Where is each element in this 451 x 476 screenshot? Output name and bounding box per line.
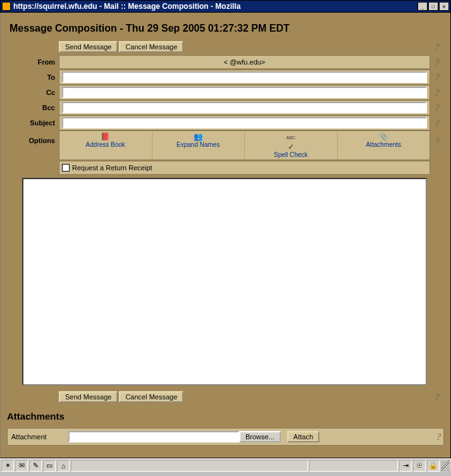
attachments-button[interactable]: 📎 Attachments	[338, 131, 430, 160]
cancel-button[interactable]: Cancel Message	[119, 41, 183, 53]
expand-names-icon: 👥	[152, 132, 245, 141]
to-label: To	[7, 73, 59, 81]
attachments-label: Attachments	[366, 141, 401, 148]
bcc-label: Bcc	[7, 104, 59, 111]
attachment-label: Attachment	[10, 433, 68, 441]
spell-check-button[interactable]: ABC✓ Spell Check	[245, 131, 338, 160]
browse-button[interactable]: Browse...	[239, 431, 281, 442]
statusbar-icon-1[interactable]: ✴	[1, 460, 14, 472]
cc-label: Cc	[7, 89, 59, 96]
statusbar-panel	[309, 460, 398, 472]
cc-input[interactable]	[62, 87, 427, 98]
subject-label: Subject	[7, 119, 59, 127]
bcc-input[interactable]	[62, 102, 427, 113]
spell-check-label: Spell Check	[274, 151, 307, 158]
minimize-button[interactable]: _	[417, 2, 428, 11]
spell-check-icon: ABC✓	[245, 132, 337, 151]
return-receipt-label: Request a Return Receipt	[72, 164, 152, 172]
help-icon[interactable]: ?	[435, 137, 440, 147]
statusbar-icon-5[interactable]: ⌂	[57, 460, 70, 472]
attachments-heading: Attachments	[7, 404, 444, 425]
expand-names-label: Expand Names	[176, 141, 219, 148]
window-buttons: _ ☐ ✕	[417, 2, 449, 11]
app-favicon	[2, 2, 11, 11]
address-book-icon: 📕	[59, 132, 152, 141]
help-icon[interactable]: ?	[436, 432, 442, 442]
address-book-button[interactable]: 📕 Address Book	[59, 131, 152, 160]
status-bar: ✴ ✉ ✎ ▭ ⌂ ⇥ ☉ 🔒	[0, 458, 451, 472]
to-input[interactable]	[62, 72, 427, 83]
client-area: Message Composition - Thu 29 Sep 2005 01…	[0, 13, 451, 458]
help-icon[interactable]: ?	[435, 87, 440, 97]
help-icon[interactable]: ?	[435, 103, 440, 113]
statusbar-eye-icon[interactable]: ☉	[413, 460, 426, 472]
help-icon[interactable]: ?	[435, 42, 440, 52]
from-value: < @wfu.edu>	[62, 58, 427, 66]
help-icon[interactable]: ?	[435, 118, 440, 128]
help-icon[interactable]: ?	[435, 392, 440, 402]
options-toolbar: 📕 Address Book 👥 Expand Names ABC✓ Spell…	[59, 130, 430, 160]
statusbar-icon-4[interactable]: ▭	[43, 460, 56, 472]
top-button-row: Send Message Cancel Message ?	[7, 39, 444, 54]
window-titlebar: https://squirrel.wfu.edu - Mail :: Messa…	[0, 0, 451, 13]
return-receipt-checkbox[interactable]	[62, 164, 70, 172]
statusbar-icon-2[interactable]: ✉	[15, 460, 28, 472]
message-body-textarea[interactable]	[22, 178, 427, 385]
send-button[interactable]: Send Message	[59, 41, 118, 53]
address-book-label: Address Book	[86, 141, 125, 148]
options-label: Options	[7, 130, 59, 144]
attach-button[interactable]: Attach	[287, 431, 319, 442]
help-icon[interactable]: ?	[435, 72, 440, 82]
subject-input[interactable]	[62, 117, 427, 128]
from-label: From	[7, 58, 59, 66]
send-button-bottom[interactable]: Send Message	[59, 391, 118, 403]
close-button[interactable]: ✕	[439, 2, 449, 11]
resize-grip[interactable]	[441, 460, 450, 472]
cancel-button-bottom[interactable]: Cancel Message	[119, 391, 183, 403]
attachment-row: Attachment Browse... Attach ?	[7, 428, 444, 446]
paperclip-icon: 📎	[338, 132, 430, 141]
statusbar-lock-icon[interactable]: 🔒	[427, 460, 440, 472]
statusbar-message	[71, 460, 308, 472]
help-icon[interactable]: ?	[435, 57, 440, 67]
page-title: Message Composition - Thu 29 Sep 2005 01…	[7, 19, 444, 39]
expand-names-button[interactable]: 👥 Expand Names	[152, 131, 245, 160]
statusbar-online-icon[interactable]: ⇥	[399, 460, 412, 472]
window-title: https://squirrel.wfu.edu - Mail :: Messa…	[13, 2, 417, 11]
statusbar-icon-3[interactable]: ✎	[29, 460, 42, 472]
maximize-button[interactable]: ☐	[428, 2, 438, 11]
attachment-path-input[interactable]	[68, 431, 239, 442]
